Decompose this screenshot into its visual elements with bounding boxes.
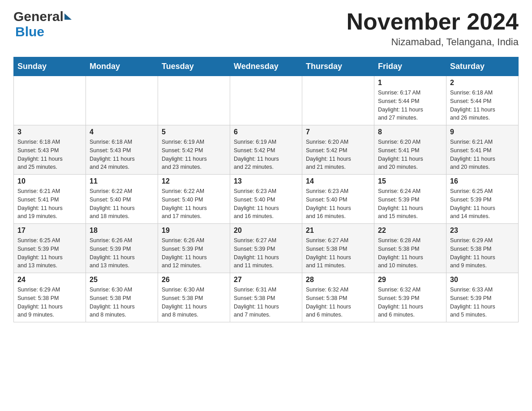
weekday-header-saturday: Saturday <box>446 57 519 76</box>
weekday-header-wednesday: Wednesday <box>230 57 302 76</box>
day-number: 11 <box>90 177 154 185</box>
day-info: Sunrise: 6:27 AM Sunset: 5:39 PM Dayligh… <box>234 236 298 270</box>
calendar-cell: 17Sunrise: 6:25 AM Sunset: 5:39 PM Dayli… <box>14 224 86 273</box>
calendar-cell: 13Sunrise: 6:23 AM Sunset: 5:40 PM Dayli… <box>230 175 302 224</box>
day-number: 18 <box>90 227 154 235</box>
calendar-cell: 5Sunrise: 6:19 AM Sunset: 5:42 PM Daylig… <box>158 125 230 175</box>
day-info: Sunrise: 6:28 AM Sunset: 5:38 PM Dayligh… <box>378 236 442 270</box>
calendar-cell: 25Sunrise: 6:30 AM Sunset: 5:38 PM Dayli… <box>86 273 158 322</box>
calendar-cell: 23Sunrise: 6:29 AM Sunset: 5:38 PM Dayli… <box>446 224 519 273</box>
day-number: 1 <box>378 79 442 87</box>
calendar-cell: 22Sunrise: 6:28 AM Sunset: 5:38 PM Dayli… <box>374 224 446 273</box>
day-number: 13 <box>234 177 298 185</box>
day-info: Sunrise: 6:22 AM Sunset: 5:40 PM Dayligh… <box>90 187 154 221</box>
weekday-header-tuesday: Tuesday <box>158 57 230 76</box>
day-info: Sunrise: 6:26 AM Sunset: 5:39 PM Dayligh… <box>162 236 226 270</box>
page-header: General Blue November 2024 Nizamabad, Te… <box>13 9 519 48</box>
day-info: Sunrise: 6:30 AM Sunset: 5:38 PM Dayligh… <box>162 286 226 319</box>
day-number: 8 <box>378 128 442 136</box>
day-number: 4 <box>90 128 154 136</box>
day-number: 3 <box>17 128 82 136</box>
day-number: 27 <box>234 276 298 284</box>
day-info: Sunrise: 6:19 AM Sunset: 5:42 PM Dayligh… <box>162 138 226 171</box>
day-number: 6 <box>234 128 298 136</box>
day-number: 30 <box>450 276 515 284</box>
calendar-cell <box>14 76 86 125</box>
day-number: 19 <box>162 227 226 235</box>
day-number: 20 <box>234 227 298 235</box>
day-info: Sunrise: 6:32 AM Sunset: 5:39 PM Dayligh… <box>378 286 442 319</box>
day-info: Sunrise: 6:25 AM Sunset: 5:39 PM Dayligh… <box>450 187 515 221</box>
day-info: Sunrise: 6:18 AM Sunset: 5:44 PM Dayligh… <box>450 89 515 122</box>
day-info: Sunrise: 6:30 AM Sunset: 5:38 PM Dayligh… <box>90 286 154 319</box>
calendar-cell: 2Sunrise: 6:18 AM Sunset: 5:44 PM Daylig… <box>446 76 519 125</box>
weekday-header-thursday: Thursday <box>302 57 374 76</box>
day-info: Sunrise: 6:29 AM Sunset: 5:38 PM Dayligh… <box>17 286 82 319</box>
weekday-header-friday: Friday <box>374 57 446 76</box>
day-info: Sunrise: 6:26 AM Sunset: 5:39 PM Dayligh… <box>90 236 154 270</box>
calendar-table: SundayMondayTuesdayWednesdayThursdayFrid… <box>13 57 519 322</box>
calendar-cell: 27Sunrise: 6:31 AM Sunset: 5:38 PM Dayli… <box>230 273 302 322</box>
day-info: Sunrise: 6:22 AM Sunset: 5:40 PM Dayligh… <box>162 187 226 221</box>
month-title: November 2024 <box>347 9 519 34</box>
day-info: Sunrise: 6:21 AM Sunset: 5:41 PM Dayligh… <box>17 187 82 221</box>
calendar-week-row: 17Sunrise: 6:25 AM Sunset: 5:39 PM Dayli… <box>14 224 519 273</box>
calendar-cell: 15Sunrise: 6:24 AM Sunset: 5:39 PM Dayli… <box>374 175 446 224</box>
location: Nizamabad, Telangana, India <box>347 36 519 48</box>
calendar-cell: 14Sunrise: 6:23 AM Sunset: 5:40 PM Dayli… <box>302 175 374 224</box>
day-number: 26 <box>162 276 226 284</box>
calendar-cell: 11Sunrise: 6:22 AM Sunset: 5:40 PM Dayli… <box>86 175 158 224</box>
calendar-header-row: SundayMondayTuesdayWednesdayThursdayFrid… <box>14 57 519 76</box>
calendar-week-row: 3Sunrise: 6:18 AM Sunset: 5:43 PM Daylig… <box>14 125 519 175</box>
day-number: 23 <box>450 227 515 235</box>
calendar-cell: 1Sunrise: 6:17 AM Sunset: 5:44 PM Daylig… <box>374 76 446 125</box>
calendar-week-row: 1Sunrise: 6:17 AM Sunset: 5:44 PM Daylig… <box>14 76 519 125</box>
calendar-cell: 20Sunrise: 6:27 AM Sunset: 5:39 PM Dayli… <box>230 224 302 273</box>
day-info: Sunrise: 6:23 AM Sunset: 5:40 PM Dayligh… <box>234 187 298 221</box>
day-number: 9 <box>450 128 515 136</box>
calendar-cell: 4Sunrise: 6:18 AM Sunset: 5:43 PM Daylig… <box>86 125 158 175</box>
calendar-cell: 19Sunrise: 6:26 AM Sunset: 5:39 PM Dayli… <box>158 224 230 273</box>
logo-arrow-icon <box>64 13 72 20</box>
day-info: Sunrise: 6:20 AM Sunset: 5:42 PM Dayligh… <box>306 138 370 171</box>
day-number: 24 <box>17 276 82 284</box>
calendar-cell: 6Sunrise: 6:19 AM Sunset: 5:42 PM Daylig… <box>230 125 302 175</box>
calendar-cell: 12Sunrise: 6:22 AM Sunset: 5:40 PM Dayli… <box>158 175 230 224</box>
weekday-header-monday: Monday <box>86 57 158 76</box>
day-info: Sunrise: 6:24 AM Sunset: 5:39 PM Dayligh… <box>378 187 442 221</box>
calendar-cell: 24Sunrise: 6:29 AM Sunset: 5:38 PM Dayli… <box>14 273 86 322</box>
day-number: 10 <box>17 177 82 185</box>
calendar-cell: 30Sunrise: 6:33 AM Sunset: 5:39 PM Dayli… <box>446 273 519 322</box>
calendar-cell <box>158 76 230 125</box>
day-info: Sunrise: 6:31 AM Sunset: 5:38 PM Dayligh… <box>234 286 298 319</box>
day-info: Sunrise: 6:19 AM Sunset: 5:42 PM Dayligh… <box>234 138 298 171</box>
weekday-header-sunday: Sunday <box>14 57 86 76</box>
calendar-cell <box>302 76 374 125</box>
day-info: Sunrise: 6:18 AM Sunset: 5:43 PM Dayligh… <box>17 138 82 171</box>
calendar-cell: 3Sunrise: 6:18 AM Sunset: 5:43 PM Daylig… <box>14 125 86 175</box>
day-number: 15 <box>378 177 442 185</box>
calendar-cell <box>86 76 158 125</box>
day-info: Sunrise: 6:29 AM Sunset: 5:38 PM Dayligh… <box>450 236 515 270</box>
calendar-cell: 9Sunrise: 6:21 AM Sunset: 5:41 PM Daylig… <box>446 125 519 175</box>
calendar-cell: 16Sunrise: 6:25 AM Sunset: 5:39 PM Dayli… <box>446 175 519 224</box>
day-info: Sunrise: 6:17 AM Sunset: 5:44 PM Dayligh… <box>378 89 442 122</box>
logo-blue-text: Blue <box>13 24 44 39</box>
day-number: 12 <box>162 177 226 185</box>
title-section: November 2024 Nizamabad, Telangana, Indi… <box>347 9 519 48</box>
day-number: 17 <box>17 227 82 235</box>
day-number: 28 <box>306 276 370 284</box>
calendar-week-row: 10Sunrise: 6:21 AM Sunset: 5:41 PM Dayli… <box>14 175 519 224</box>
day-number: 22 <box>378 227 442 235</box>
day-info: Sunrise: 6:27 AM Sunset: 5:38 PM Dayligh… <box>306 236 370 270</box>
calendar-cell: 7Sunrise: 6:20 AM Sunset: 5:42 PM Daylig… <box>302 125 374 175</box>
day-info: Sunrise: 6:32 AM Sunset: 5:38 PM Dayligh… <box>306 286 370 319</box>
day-number: 29 <box>378 276 442 284</box>
day-number: 16 <box>450 177 515 185</box>
calendar-cell: 21Sunrise: 6:27 AM Sunset: 5:38 PM Dayli… <box>302 224 374 273</box>
day-info: Sunrise: 6:33 AM Sunset: 5:39 PM Dayligh… <box>450 286 515 319</box>
calendar-cell: 28Sunrise: 6:32 AM Sunset: 5:38 PM Dayli… <box>302 273 374 322</box>
day-info: Sunrise: 6:25 AM Sunset: 5:39 PM Dayligh… <box>17 236 82 270</box>
day-number: 21 <box>306 227 370 235</box>
day-info: Sunrise: 6:21 AM Sunset: 5:41 PM Dayligh… <box>450 138 515 171</box>
